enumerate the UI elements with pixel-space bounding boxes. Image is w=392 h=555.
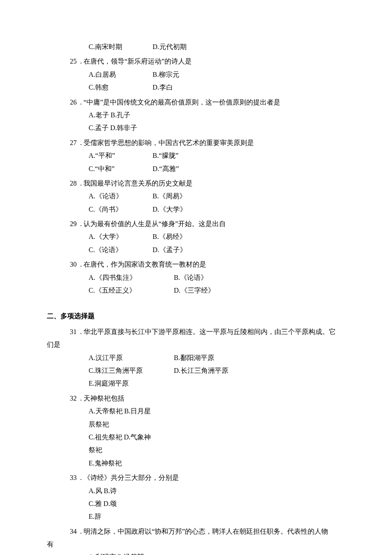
option-cell: A.“平和” (89, 149, 153, 162)
option-cell (153, 510, 345, 523)
question-number: 29 (47, 218, 80, 230)
option-cell (153, 457, 345, 470)
option-row: E.辞 (89, 510, 345, 523)
question-stem-line1: 华北平原直接与长江中下游平原相连。这一平原与丘陵相间内，由三个平原构成。它 (84, 325, 345, 338)
question-number: 32 (47, 392, 80, 405)
question-stem: 天神祭祀包括 (84, 392, 345, 405)
option-cell (153, 109, 345, 122)
dot: . (80, 392, 84, 405)
option-cell: C.《论语》 (89, 244, 153, 256)
option-row: A.汉江平原B.鄱阳湖平原 (89, 352, 345, 364)
dot: . (80, 137, 84, 149)
option-cell (153, 405, 345, 431)
option-cell: C.“中和” (89, 163, 153, 175)
question-stem-line2: 有 (47, 538, 345, 551)
question-stem-line1: 明清之际，中国政府以“协和万邦”的心态，聘洋人在朝廷担任职务。代表性的人物 (84, 525, 345, 538)
option-row: A.风 B.诗 (89, 485, 345, 497)
option-d: D.元代初期 (153, 41, 345, 53)
option-cell: C.孟子 D.韩非子 (89, 122, 153, 134)
dot: . (80, 96, 84, 109)
question-stem: 认为最有价值的人生是从“修身”开始。这是出自 (84, 218, 345, 230)
option-row: A.《论语》B.《周易》 (89, 190, 345, 203)
option-row: A.老子 B.孔子 (89, 109, 345, 122)
option-cell: D.《大学》 (153, 203, 345, 216)
option-cell: E.洞庭湖平原 (89, 377, 174, 390)
option-row: C.祖先祭祀 D.气象神祭祀 (89, 431, 345, 457)
option-row: A.《四书集注》B.《论语》 (89, 271, 345, 284)
option-cell: A.老子 B.孔子 (89, 109, 153, 122)
option-cell: D.《三字经》 (174, 284, 345, 297)
option-row: C.雅 D.颂 (89, 497, 345, 510)
question-stem: 在唐代，领导“新乐府运动”的诗人是 (84, 55, 345, 68)
prev-question-options: C.南宋时期 D.元代初期 (89, 41, 345, 53)
option-cell: A.利玛窦 B.汤若望 (89, 551, 153, 555)
dot: . (80, 471, 84, 484)
single-choice-questions: 25.在唐代，领导“新乐府运动”的诗人是A.白居易B.柳宗元C.韩愈D.李白26… (47, 55, 345, 297)
option-cell: A.《大学》 (89, 230, 153, 243)
dot: . (80, 218, 84, 230)
option-cell: D.长江三角洲平原 (174, 364, 345, 377)
question-26: 26.“中庸”是中国传统文化的最高价值原则，这一价值原则的提出者是A.老子 B.… (47, 96, 345, 135)
question-25: 25.在唐代，领导“新乐府运动”的诗人是A.白居易B.柳宗元C.韩愈D.李白 (47, 55, 345, 94)
question-33: 33 . 《诗经》共分三大部分，分别是 A.风 B.诗C.雅 D.颂E.辞 (47, 471, 345, 523)
option-cell: C.祖先祭祀 D.气象神祭祀 (89, 431, 153, 457)
option-cell (174, 377, 345, 390)
option-cell: E.鬼神祭祀 (89, 457, 153, 470)
question-31: 31 . 华北平原直接与长江中下游平原相连。这一平原与丘陵相间内，由三个平原构成… (47, 325, 345, 390)
option-cell: D.“高雅” (153, 163, 345, 175)
question-34: 34 . 明清之际，中国政府以“协和万邦”的心态，聘洋人在朝廷担任职务。代表性的… (47, 525, 345, 555)
option-cell (153, 551, 345, 555)
option-row: A.《大学》B.《易经》 (89, 230, 345, 243)
option-cell: D.《孟子》 (153, 244, 345, 256)
option-row: C.珠江三角洲平原D.长江三角洲平原 (89, 364, 345, 377)
option-cell: D.李白 (153, 81, 345, 94)
dot: . (80, 258, 84, 271)
option-c: C.南宋时期 (89, 41, 153, 53)
option-row: C.韩愈D.李白 (89, 81, 345, 94)
option-row: A.天帝祭祀 B.日月星辰祭祀 (89, 405, 345, 431)
dot: . (80, 525, 84, 538)
option-row: C.《论语》D.《孟子》 (89, 244, 345, 256)
dot: . (80, 325, 84, 338)
question-number: 34 (47, 525, 80, 538)
option-row: A.利玛窦 B.汤若望 (89, 551, 345, 555)
option-cell: C.《五经正义》 (89, 284, 174, 297)
option-row: C.“中和”D.“高雅” (89, 163, 345, 175)
question-number: 33 (47, 471, 80, 484)
option-cell: A.白居易 (89, 68, 153, 81)
option-cell: B.鄱阳湖平原 (174, 352, 345, 364)
question-number: 31 (47, 325, 80, 338)
option-cell: B.《论语》 (174, 271, 345, 284)
option-cell (153, 122, 345, 134)
option-row: C.《五经正义》D.《三字经》 (89, 284, 345, 297)
option-cell: C.珠江三角洲平原 (89, 364, 174, 377)
option-cell: E.辞 (89, 510, 153, 523)
option-cell: B.“朦胧” (153, 149, 345, 162)
dot: . (80, 177, 84, 190)
option-row: E.洞庭湖平原 (89, 377, 345, 390)
question-number: 25 (47, 55, 80, 68)
question-stem: 《诗经》共分三大部分，分别是 (84, 471, 345, 484)
option-cell: C.《尚书》 (89, 203, 153, 216)
option-cell: B.《周易》 (153, 190, 345, 203)
option-cell: B.柳宗元 (153, 68, 345, 81)
option-cell: B.《易经》 (153, 230, 345, 243)
option-row: C.《尚书》D.《大学》 (89, 203, 345, 216)
option-row: C.孟子 D.韩非子 (89, 122, 345, 134)
option-row: E.鬼神祭祀 (89, 457, 345, 470)
question-29: 29.认为最有价值的人生是从“修身”开始。这是出自A.《大学》B.《易经》C.《… (47, 218, 345, 256)
question-28: 28.我国最早讨论言意关系的历史文献是A.《论语》B.《周易》C.《尚书》D.《… (47, 177, 345, 216)
question-number: 27 (47, 137, 80, 149)
question-stem: 受儒家哲学思想的影响，中国古代艺术的重要审美原则是 (84, 137, 345, 149)
question-32: 32 . 天神祭祀包括 A.天帝祭祀 B.日月星辰祭祀C.祖先祭祀 D.气象神祭… (47, 392, 345, 470)
question-number: 28 (47, 177, 80, 190)
question-30: 30.在唐代，作为国家语文教育统一教材的是A.《四书集注》B.《论语》C.《五经… (47, 258, 345, 297)
option-cell: C.雅 D.颂 (89, 497, 153, 510)
question-stem: 在唐代，作为国家语文教育统一教材的是 (84, 258, 345, 271)
option-cell: A.天帝祭祀 B.日月星辰祭祀 (89, 405, 153, 431)
dot: . (80, 55, 84, 68)
option-cell (153, 431, 345, 457)
option-cell: A.《四书集注》 (89, 271, 174, 284)
option-row: A.“平和”B.“朦胧” (89, 149, 345, 162)
option-cell: A.《论语》 (89, 190, 153, 203)
